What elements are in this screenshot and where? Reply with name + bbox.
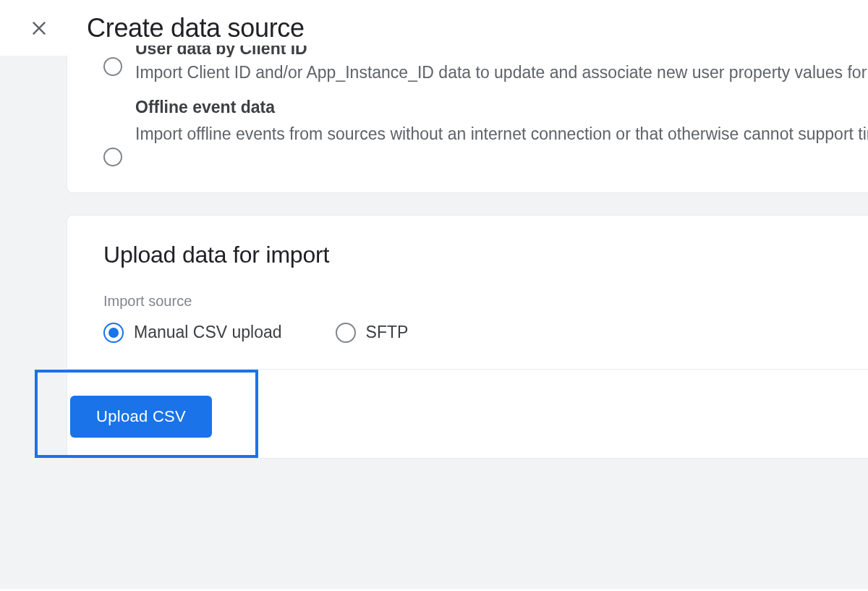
option-title: User data by Client ID (135, 46, 868, 57)
radio-label: SFTP (366, 323, 409, 342)
option-title: Offline event data (135, 95, 868, 119)
section-title: Upload data for import (103, 242, 868, 268)
radio-unselected-icon[interactable] (103, 148, 122, 166)
import-source-sftp[interactable]: SFTP (336, 323, 409, 343)
import-source-label: Import source (103, 293, 868, 310)
data-type-option-user-data[interactable]: User data by Client ID Import Client ID … (103, 56, 868, 85)
import-source-manual-csv[interactable]: Manual CSV upload (103, 323, 282, 343)
page-title: Create data source (87, 13, 305, 43)
data-type-card: User data by Client ID Import Client ID … (67, 56, 868, 193)
radio-label: Manual CSV upload (134, 323, 282, 342)
upload-csv-button[interactable]: Upload CSV (70, 396, 212, 438)
option-description: Import Client ID and/or App_Instance_ID … (135, 60, 868, 85)
upload-card: Upload data for import Import source Man… (67, 215, 868, 459)
content-area: User data by Client ID Import Client ID … (0, 56, 868, 589)
data-type-option-offline-event[interactable]: Offline event data Import offline events… (103, 95, 868, 166)
card-divider: Upload CSV (67, 369, 868, 458)
import-source-options: Manual CSV upload SFTP (103, 323, 868, 369)
radio-unselected-icon[interactable] (103, 57, 122, 76)
option-description: Import offline events from sources witho… (135, 122, 868, 147)
radio-selected-icon (103, 323, 124, 343)
option-text-block: User data by Client ID Import Client ID … (135, 56, 868, 85)
close-icon[interactable] (29, 18, 49, 38)
highlight-annotation: Upload CSV (35, 370, 258, 458)
radio-unselected-icon (336, 323, 356, 343)
option-text-block: Offline event data Import offline events… (135, 95, 868, 147)
